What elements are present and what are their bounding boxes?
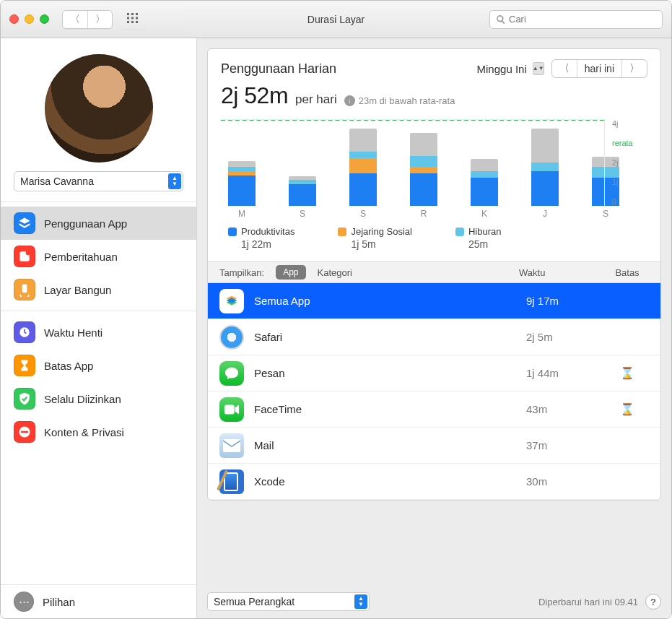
sidebar-item-label: Layar Bangun xyxy=(44,284,111,296)
sidebar-item-label: Penggunaan App xyxy=(44,217,127,230)
chevron-right-icon: 〉 xyxy=(629,62,640,75)
today-button[interactable]: hari ini xyxy=(577,60,621,77)
day-nav: 〈 hari ini 〉 xyxy=(551,59,647,78)
sidebar-item-batas-app[interactable]: Batas App xyxy=(1,349,196,382)
legend-swatch xyxy=(228,228,237,236)
device-select[interactable]: Semua Perangkat ▲▼ xyxy=(207,592,370,611)
forward-button[interactable]: 〉 xyxy=(87,11,112,28)
updown-icon: ▲▼ xyxy=(168,173,181,189)
app-icon xyxy=(219,469,244,494)
chart-bar[interactable] xyxy=(410,119,437,206)
table-row[interactable]: Semua App 9j 17m xyxy=(208,283,660,319)
view-toggle[interactable]: App xyxy=(276,265,305,280)
chevron-left-icon: 〈 xyxy=(559,62,570,75)
delta-text: 23m di bawah rata-rata xyxy=(359,95,455,106)
app-icon xyxy=(219,397,244,422)
y-tick: 0 xyxy=(612,197,647,206)
prev-day-button[interactable]: 〈 xyxy=(552,60,577,77)
layers-icon xyxy=(14,212,35,234)
usage-chart: 4jrerata2j1j0 MSSRKJS Produktivitas 1j 2… xyxy=(208,115,660,261)
sidebar-item-label: Pemberitahuan xyxy=(44,251,118,263)
x-tick: M xyxy=(228,209,256,219)
seg-category[interactable]: Kategori xyxy=(318,267,352,278)
sidebar-options-label: Pilihan xyxy=(43,596,75,608)
usage-title: Penggunaan Harian xyxy=(221,61,336,77)
svg-rect-7 xyxy=(131,21,134,23)
table-row[interactable]: Safari 2j 5m xyxy=(208,319,660,355)
x-tick: R xyxy=(410,209,437,219)
table-header: Tampilkan: App Kategori Waktu Batas xyxy=(208,261,660,283)
x-tick: K xyxy=(471,209,498,219)
range-select[interactable]: Minggu Ini ▲▼ xyxy=(477,62,544,75)
clock-icon xyxy=(14,321,35,343)
minimize-button[interactable] xyxy=(25,14,34,24)
user-select[interactable]: Marisa Cavanna ▲▼ xyxy=(14,171,183,191)
svg-rect-2 xyxy=(136,13,138,15)
no-entry-icon xyxy=(14,421,35,443)
table-row[interactable]: Pesan 1j 44m ⌛ xyxy=(208,355,660,391)
legend-name: Jejaring Sosial xyxy=(351,226,412,237)
next-day-button[interactable]: 〉 xyxy=(621,60,647,77)
show-all-button[interactable] xyxy=(120,10,146,29)
search-input[interactable] xyxy=(509,14,656,25)
sidebar-item-label: Selalu Diizinkan xyxy=(44,393,121,405)
chart-bar[interactable] xyxy=(228,119,256,206)
help-button[interactable]: ? xyxy=(645,594,661,610)
col-time: Waktu xyxy=(519,267,598,278)
chart-bar[interactable] xyxy=(531,119,559,206)
sidebar-options[interactable]: ⋯ Pilihan xyxy=(1,585,196,618)
chart-bar[interactable] xyxy=(349,119,377,206)
svg-rect-15 xyxy=(224,404,235,414)
show-label: Tampilkan: xyxy=(219,267,264,278)
chart-bar[interactable] xyxy=(289,119,316,206)
app-name: FaceTime xyxy=(254,403,526,415)
sidebar-item-selalu-diizinkan[interactable]: Selalu Diizinkan xyxy=(1,382,196,415)
y-tick: 2j xyxy=(612,158,647,167)
app-name: Semua App xyxy=(254,295,526,307)
app-name: Xcode xyxy=(254,475,526,488)
app-time: 2j 5m xyxy=(526,331,606,343)
sidebar-item-penggunaan-app[interactable]: Penggunaan App xyxy=(1,207,196,240)
user-avatar[interactable] xyxy=(45,54,153,163)
app-name: Pesan xyxy=(254,367,526,379)
average-label: rerata xyxy=(612,139,647,147)
x-tick: S xyxy=(289,209,316,219)
sidebar-item-layar-bangun[interactable]: Layar Bangun xyxy=(1,273,196,306)
app-time: 9j 17m xyxy=(526,295,606,307)
titlebar: 〈 〉 Durasi Layar xyxy=(1,1,671,38)
search-field[interactable] xyxy=(489,10,663,29)
x-tick: J xyxy=(531,209,559,219)
app-icon xyxy=(219,361,244,386)
table-row[interactable]: Xcode 30m xyxy=(208,464,660,500)
close-button[interactable] xyxy=(9,14,19,24)
svg-rect-0 xyxy=(127,13,129,15)
check-shield-icon xyxy=(14,388,35,410)
table-row[interactable]: FaceTime 43m ⌛ xyxy=(208,391,660,428)
x-tick: S xyxy=(592,209,619,219)
hourglass-icon xyxy=(14,355,35,376)
table-row[interactable]: Mail 37m xyxy=(208,428,660,464)
app-icon xyxy=(219,325,244,350)
app-limit: ⌛ xyxy=(606,402,649,416)
svg-rect-6 xyxy=(127,21,129,23)
sidebar-item-waktu-henti[interactable]: Waktu Henti xyxy=(1,316,196,349)
today-label: hari ini xyxy=(585,63,614,74)
chart-bar[interactable] xyxy=(471,119,498,206)
svg-point-10 xyxy=(26,251,31,256)
sidebar-item-pemberitahuan[interactable]: Pemberitahuan xyxy=(1,240,196,273)
phone-rotate-icon xyxy=(14,279,35,300)
updown-icon: ▲▼ xyxy=(354,594,367,609)
legend-item: Jejaring Sosial 1j 5m xyxy=(338,226,412,250)
app-time: 1j 44m xyxy=(526,367,606,379)
app-time: 30m xyxy=(526,475,606,488)
legend-name: Produktivitas xyxy=(241,226,294,237)
seg-app[interactable]: App xyxy=(276,265,305,280)
svg-rect-3 xyxy=(127,17,129,20)
back-button[interactable]: 〈 xyxy=(63,11,87,28)
range-select-label: Minggu Ini xyxy=(477,63,527,75)
zoom-button[interactable] xyxy=(40,14,49,24)
svg-rect-8 xyxy=(136,21,138,23)
sidebar-item-konten-privasi[interactable]: Konten & Privasi xyxy=(1,415,196,449)
usage-panel: Penggunaan Harian Minggu Ini ▲▼ 〈 hari i… xyxy=(207,48,661,501)
x-tick: S xyxy=(349,209,377,219)
